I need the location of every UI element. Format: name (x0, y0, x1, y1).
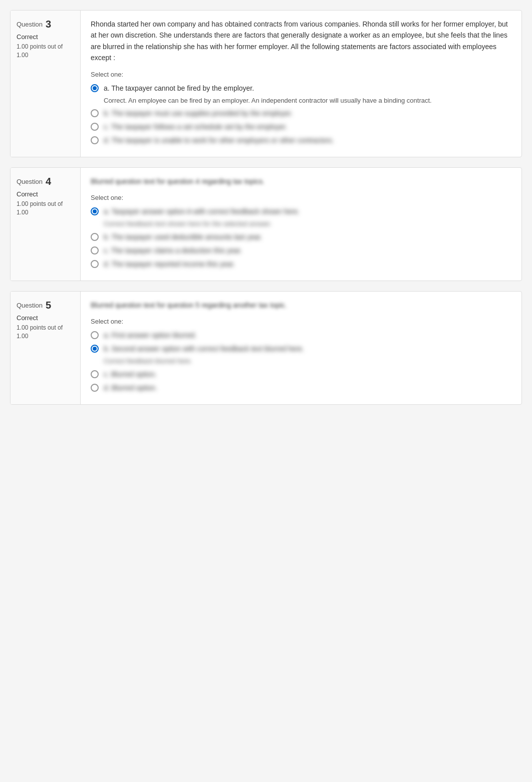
answer-option-4-c[interactable]: c. The taxpayer claims a deduction this … (91, 245, 511, 256)
radio-3-c[interactable] (91, 123, 99, 131)
radio-5-a[interactable] (91, 331, 99, 339)
answer-text-3-b: b. The taxpayer must use supplies provid… (104, 108, 293, 119)
answer-option-5-a[interactable]: a. First answer option blurred. (91, 330, 511, 341)
answer-text-4-a: a. Taxpayer answer option A with correct… (104, 206, 300, 217)
question-row-3: Question3Correct1.00 points out of 1.00R… (10, 10, 522, 157)
answer-text-5-b: b. Second answer option with correct fee… (104, 344, 304, 354)
answer-feedback-5-b: Correct feedback blurred here. (104, 356, 511, 366)
question-status-4: Correct (17, 190, 74, 198)
answer-option-wrapper-4-c: c. The taxpayer claims a deduction this … (91, 245, 511, 256)
answer-text-3-c: c. The taxpayer follows a set schedule s… (104, 122, 287, 132)
radio-3-d[interactable] (91, 136, 99, 144)
question-text-4: Blurred question text for question 4 reg… (91, 176, 511, 187)
radio-5-c[interactable] (91, 370, 99, 378)
question-sidebar-5: Question5Correct1.00 points out of 1.00 (11, 292, 81, 404)
select-one-label-4: Select one: (91, 194, 511, 201)
radio-3-a[interactable] (91, 84, 99, 92)
answer-feedback-4-a: Correct feedback text shown here for the… (104, 219, 511, 229)
answer-text-3-a: a. The taxpayer cannot be fired by the e… (104, 83, 254, 94)
answer-text-4-b: b. The taxpayer used deductible amounts … (104, 232, 262, 242)
answer-option-5-d[interactable]: d. Blurred option. (91, 383, 511, 393)
radio-4-a[interactable] (91, 207, 99, 215)
answer-text-5-c: c. Blurred option. (104, 369, 157, 380)
answer-option-wrapper-3-c: c. The taxpayer follows a set schedule s… (91, 122, 511, 132)
question-number-4: 4 (46, 176, 51, 187)
answer-option-3-c[interactable]: c. The taxpayer follows a set schedule s… (91, 122, 511, 132)
question-label-5: Question5 (17, 300, 74, 311)
answer-option-wrapper-3-a: a. The taxpayer cannot be fired by the e… (91, 83, 511, 106)
question-sidebar-3: Question3Correct1.00 points out of 1.00 (11, 11, 81, 157)
radio-3-b[interactable] (91, 109, 99, 117)
answer-option-4-a[interactable]: a. Taxpayer answer option A with correct… (91, 206, 511, 217)
question-word-3: Question (17, 21, 43, 28)
select-one-label-3: Select one: (91, 71, 511, 78)
question-number-5: 5 (46, 300, 51, 311)
question-content-5: Blurred question text for question 5 reg… (81, 292, 521, 404)
answer-text-4-c: c. The taxpayer claims a deduction this … (104, 245, 242, 256)
answer-option-4-b[interactable]: b. The taxpayer used deductible amounts … (91, 232, 511, 242)
question-status-5: Correct (17, 314, 74, 322)
question-text-3: Rhonda started her own company and has o… (91, 19, 511, 64)
answer-option-wrapper-4-d: d. The taxpayer reported income this yea… (91, 259, 511, 270)
question-row-4: Question4Correct1.00 points out of 1.00B… (10, 167, 522, 281)
answer-option-wrapper-5-d: d. Blurred option. (91, 383, 511, 393)
radio-4-b[interactable] (91, 233, 99, 241)
answer-option-wrapper-5-b: b. Second answer option with correct fee… (91, 344, 511, 366)
answer-option-3-a[interactable]: a. The taxpayer cannot be fired by the e… (91, 83, 511, 94)
answer-text-5-d: d. Blurred option. (104, 383, 157, 393)
answer-option-3-d[interactable]: d. The taxpayer is unable to work for ot… (91, 135, 511, 146)
question-text-5: Blurred question text for question 5 reg… (91, 300, 511, 311)
question-word-5: Question (17, 302, 43, 309)
answer-option-wrapper-3-d: d. The taxpayer is unable to work for ot… (91, 135, 511, 146)
question-points-4: 1.00 points out of 1.00 (17, 200, 74, 217)
answer-text-3-d: d. The taxpayer is unable to work for ot… (104, 135, 334, 146)
question-points-5: 1.00 points out of 1.00 (17, 324, 74, 341)
answer-option-4-d[interactable]: d. The taxpayer reported income this yea… (91, 259, 511, 270)
radio-5-d[interactable] (91, 384, 99, 392)
question-points-3: 1.00 points out of 1.00 (17, 43, 74, 60)
answer-option-wrapper-5-a: a. First answer option blurred. (91, 330, 511, 341)
answer-option-5-c[interactable]: c. Blurred option. (91, 369, 511, 380)
select-one-label-5: Select one: (91, 318, 511, 325)
answer-option-wrapper-3-b: b. The taxpayer must use supplies provid… (91, 108, 511, 119)
question-row-5: Question5Correct1.00 points out of 1.00B… (10, 291, 522, 405)
answer-text-5-a: a. First answer option blurred. (104, 330, 196, 341)
radio-4-c[interactable] (91, 246, 99, 254)
question-word-4: Question (17, 178, 43, 185)
answer-option-3-b[interactable]: b. The taxpayer must use supplies provid… (91, 108, 511, 119)
page-container: Question3Correct1.00 points out of 1.00R… (5, 5, 527, 420)
answer-option-wrapper-5-c: c. Blurred option. (91, 369, 511, 380)
answer-feedback-3-a: Correct. An employee can be fired by an … (104, 96, 511, 106)
radio-5-b[interactable] (91, 345, 99, 353)
answer-option-wrapper-4-b: b. The taxpayer used deductible amounts … (91, 232, 511, 242)
question-number-3: 3 (46, 19, 51, 30)
question-content-3: Rhonda started her own company and has o… (81, 11, 521, 157)
answer-text-4-d: d. The taxpayer reported income this yea… (104, 259, 235, 270)
question-label-4: Question4 (17, 176, 74, 187)
question-sidebar-4: Question4Correct1.00 points out of 1.00 (11, 168, 81, 281)
question-status-3: Correct (17, 33, 74, 41)
radio-4-d[interactable] (91, 260, 99, 268)
question-content-4: Blurred question text for question 4 reg… (81, 168, 521, 281)
answer-option-5-b[interactable]: b. Second answer option with correct fee… (91, 344, 511, 354)
answer-option-wrapper-4-a: a. Taxpayer answer option A with correct… (91, 206, 511, 229)
question-label-3: Question3 (17, 19, 74, 30)
